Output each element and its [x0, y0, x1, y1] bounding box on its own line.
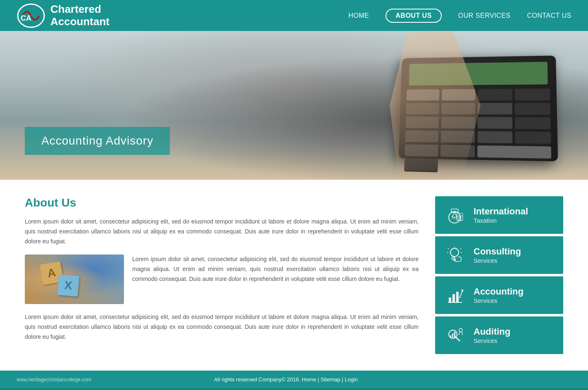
consult-icon	[443, 244, 466, 266]
svg-rect-8	[457, 216, 459, 217]
svg-rect-31	[452, 333, 453, 338]
svg-line-19	[448, 248, 449, 249]
svg-text:CA: CA	[21, 14, 31, 22]
service-card-consulting[interactable]: Consulting Services	[435, 236, 563, 274]
service-text-taxation: International Taxation	[474, 206, 555, 224]
brand-line2: Accountant	[50, 15, 110, 28]
footer: www.heritagechristiancollege.com All rig…	[0, 371, 588, 388]
service-sub-auditing: Services	[474, 337, 555, 344]
footer-copyright: All rights reserved Company© 2016. Home …	[214, 376, 358, 383]
service-title-auditing: Auditing	[474, 326, 555, 337]
about-para3: Lorem ipsum dolor sit amet, consectetur …	[25, 312, 419, 342]
svg-rect-10	[457, 218, 459, 219]
service-title-consulting: Consulting	[474, 246, 555, 257]
content-row: A X Lorem ipsum dolor sit amet, consecte…	[25, 254, 419, 304]
audit-icon	[443, 324, 466, 347]
nav-home[interactable]: HOME	[348, 12, 369, 19]
calc-btn	[515, 88, 550, 100]
service-sub-consulting: Services	[474, 257, 555, 264]
service-card-international-taxation[interactable]: TAX International Taxation	[435, 196, 563, 234]
about-para1: Lorem ipsum dolor sit amet, consectetur …	[25, 217, 419, 246]
logo-icon: CA	[17, 3, 45, 28]
services-panel: TAX International Taxation	[435, 196, 563, 354]
hero-label-text: Accounting Advisory	[41, 134, 153, 147]
hero-label: Accounting Advisory	[25, 127, 170, 155]
accounting-svg	[445, 286, 464, 304]
svg-rect-25	[456, 292, 459, 302]
service-title-accounting: Accounting	[474, 286, 555, 297]
calc-btn	[515, 103, 550, 115]
svg-rect-23	[449, 297, 451, 302]
calc-btn	[478, 103, 512, 114]
calc-btn	[478, 117, 512, 129]
header: CA Chartered Accountant HOME ABOUT US OU…	[0, 0, 588, 31]
service-text-accounting: Accounting Services	[474, 286, 555, 304]
footer-website: www.heritagechristiancollege.com	[17, 377, 91, 383]
calc-btn	[515, 131, 551, 144]
svg-point-14	[450, 248, 459, 257]
svg-rect-13	[460, 219, 462, 220]
svg-line-29	[456, 337, 459, 341]
service-sub-taxation: Taxation	[474, 217, 555, 224]
calc-btn	[515, 117, 551, 129]
svg-rect-12	[457, 219, 459, 220]
content-left: About Us Lorem ipsum dolor sit amet, con…	[25, 196, 419, 354]
nav-contact[interactable]: CONTACT US	[527, 12, 571, 19]
main-content: About Us Lorem ipsum dolor sit amet, con…	[0, 180, 588, 371]
svg-rect-24	[452, 294, 455, 302]
main-nav: HOME ABOUT US OUR SERVICES CONTACT US	[348, 9, 571, 23]
hero-section: Accounting Advisory	[0, 31, 588, 180]
consult-svg	[445, 246, 464, 264]
audit-svg	[445, 326, 464, 345]
nav-services[interactable]: OUR SERVICES	[458, 12, 511, 19]
footer-bottom: Get your own website at Web Bazaar	[0, 388, 588, 390]
about-para2: Lorem ipsum dolor sit amet, consectetur …	[132, 254, 419, 296]
svg-point-33	[459, 328, 462, 332]
svg-rect-32	[454, 332, 455, 338]
logo-area: CA Chartered Accountant	[17, 3, 110, 28]
calc-btn	[477, 131, 512, 143]
about-title: About Us	[25, 196, 419, 209]
accounting-icon	[443, 284, 466, 307]
svg-rect-9	[460, 216, 462, 217]
service-text-auditing: Auditing Services	[474, 326, 555, 344]
brand-name: Chartered Accountant	[50, 3, 110, 28]
service-title-international: International	[474, 206, 555, 217]
nav-about[interactable]: ABOUT US	[386, 9, 442, 23]
tile-x: X	[57, 274, 79, 297]
svg-rect-11	[460, 218, 462, 219]
content-image: A X	[25, 254, 124, 304]
brand-line1: Chartered	[50, 3, 101, 15]
service-card-accounting[interactable]: Accounting Services	[435, 276, 563, 314]
svg-line-27	[459, 290, 463, 298]
service-text-consulting: Consulting Services	[474, 246, 555, 264]
tax-svg: TAX	[445, 206, 464, 224]
tax-icon: TAX	[443, 204, 466, 226]
svg-rect-30	[450, 335, 451, 338]
service-card-auditing[interactable]: Auditing Services	[435, 316, 563, 354]
calc-btn	[478, 89, 512, 100]
svg-line-21	[460, 248, 461, 249]
service-sub-accounting: Services	[474, 297, 555, 304]
calc-btn	[477, 145, 551, 159]
